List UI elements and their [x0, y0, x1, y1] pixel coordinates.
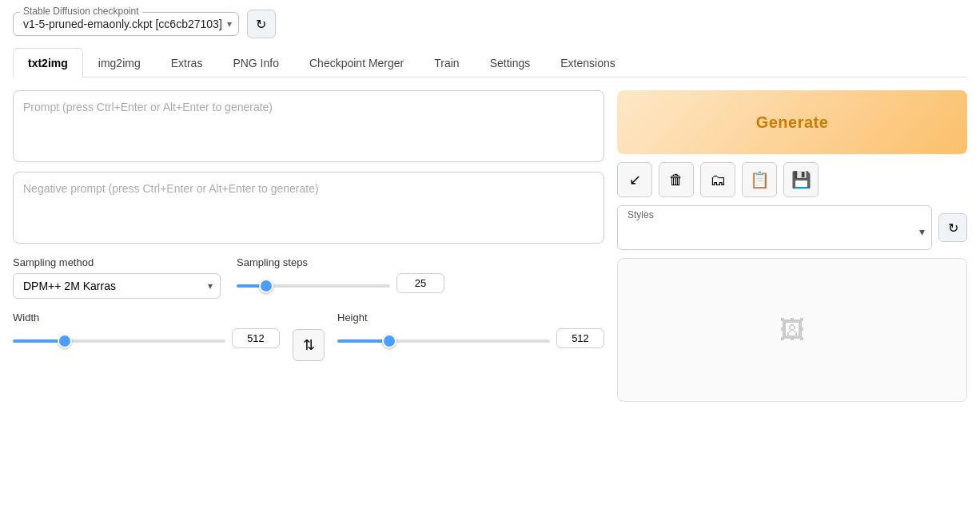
tab-train[interactable]: Train	[419, 48, 474, 77]
styles-fieldset: Styles ▾	[617, 205, 932, 250]
tabs-bar: txt2img img2img Extras PNG Info Checkpoi…	[13, 48, 967, 77]
trash-button[interactable]: 🗑	[659, 162, 694, 197]
sampling-steps-label: Sampling steps	[237, 256, 444, 268]
preview-panel: 🖼	[617, 258, 967, 402]
save-button[interactable]: 💾	[783, 162, 819, 197]
sampling-method-select[interactable]: DPM++ 2M Karras	[13, 273, 221, 299]
sampling-steps-col: Sampling steps	[237, 256, 444, 293]
negative-prompt-input[interactable]	[13, 172, 604, 244]
folder-icon: 📋	[750, 170, 770, 189]
styles-chevron-icon[interactable]: ▾	[919, 225, 925, 238]
styles-select-row: ▾	[624, 220, 925, 243]
sampling-method-label: Sampling method	[13, 256, 221, 268]
refresh-icon: ↻	[256, 17, 266, 32]
width-slider-container	[13, 332, 225, 345]
width-label: Width	[13, 312, 280, 323]
action-buttons-row: ↙ 🗑 🗂 📋 💾	[617, 162, 967, 197]
sampling-steps-slider[interactable]	[237, 284, 390, 288]
sampling-steps-slider-container	[237, 277, 390, 290]
styles-label: Styles	[624, 209, 925, 220]
sampling-method-wrapper: DPM++ 2M Karras ▾	[13, 273, 221, 299]
tab-txt2img[interactable]: txt2img	[13, 48, 83, 77]
folder-button[interactable]: 📋	[742, 162, 777, 197]
height-slider[interactable]	[337, 339, 550, 343]
swap-dimensions-button[interactable]: ⇅	[293, 329, 325, 361]
height-slider-container	[337, 332, 550, 345]
tab-extensions[interactable]: Extensions	[545, 48, 630, 77]
tab-png-info[interactable]: PNG Info	[217, 48, 294, 77]
width-slider-row	[13, 328, 280, 348]
width-input[interactable]	[232, 328, 280, 348]
left-panel: Sampling method DPM++ 2M Karras ▾ Sampli…	[13, 90, 604, 402]
trash-icon: 🗑	[669, 172, 683, 189]
sampling-steps-slider-row	[237, 273, 444, 293]
styles-refresh-button[interactable]: ↻	[938, 213, 967, 242]
height-slider-row	[337, 328, 604, 348]
size-controls: Width ⇅ Height	[13, 312, 604, 361]
generate-button[interactable]: Generate	[617, 90, 967, 154]
styles-refresh-icon: ↻	[948, 220, 958, 236]
sampling-controls-row: Sampling method DPM++ 2M Karras ▾ Sampli…	[13, 256, 604, 299]
tab-settings[interactable]: Settings	[475, 48, 546, 77]
positive-prompt-input[interactable]	[13, 90, 604, 162]
preview-placeholder-icon: 🖼	[779, 316, 805, 345]
tab-checkpoint-merger[interactable]: Checkpoint Merger	[294, 48, 419, 77]
tab-extras[interactable]: Extras	[156, 48, 218, 77]
height-col: Height	[337, 312, 604, 348]
width-slider[interactable]	[13, 339, 225, 343]
checkpoint-section: Stable Diffusion checkpoint v1-5-pruned-…	[13, 10, 967, 38]
sampling-steps-input[interactable]	[396, 273, 444, 293]
arrow-back-icon: ↙	[629, 171, 641, 189]
main-content: Sampling method DPM++ 2M Karras ▾ Sampli…	[13, 77, 967, 415]
checkpoint-refresh-button[interactable]: ↻	[247, 10, 276, 38]
sampling-method-col: Sampling method DPM++ 2M Karras ▾	[13, 256, 221, 299]
styles-section: Styles ▾ ↻	[617, 205, 967, 250]
tab-img2img[interactable]: img2img	[83, 48, 156, 77]
height-label: Height	[337, 312, 604, 323]
save-icon: 💾	[791, 170, 811, 189]
width-col: Width	[13, 312, 280, 348]
height-input[interactable]	[556, 328, 604, 348]
checkpoint-label: Stable Diffusion checkpoint	[20, 6, 142, 17]
folder-red-icon: 🗂	[710, 171, 726, 189]
checkpoint-value: v1-5-pruned-emaonly.ckpt [cc6cb27103]	[23, 18, 222, 30]
arrow-back-button[interactable]: ↙	[617, 162, 652, 197]
checkpoint-chevron-icon[interactable]: ▾	[227, 18, 232, 30]
right-panel: Generate ↙ 🗑 🗂 📋 💾	[617, 90, 967, 402]
checkpoint-fieldset: Stable Diffusion checkpoint v1-5-pruned-…	[13, 12, 239, 36]
folder-red-button[interactable]: 🗂	[700, 162, 735, 197]
